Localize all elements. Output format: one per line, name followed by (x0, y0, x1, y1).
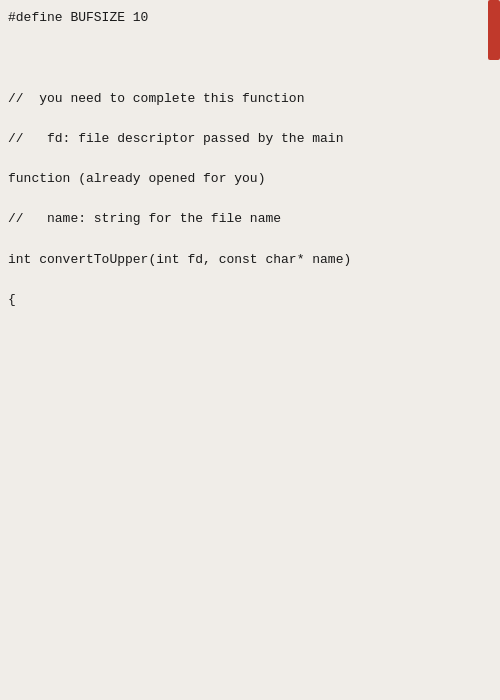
code-line: #define BUFSIZE 10 (8, 8, 492, 28)
code-line (8, 491, 492, 511)
code-line (8, 451, 492, 471)
code-line: function (already opened for you) (8, 169, 492, 189)
code-line (8, 48, 492, 68)
code-line: // name: string for the file name (8, 209, 492, 229)
code-line (8, 612, 492, 632)
code-line (8, 653, 492, 673)
scroll-indicator[interactable] (488, 0, 500, 60)
code-line (8, 693, 492, 700)
code-line (8, 371, 492, 391)
code-line: // fd: file descriptor passed by the mai… (8, 129, 492, 149)
code-line: int convertToUpper(int fd, const char* n… (8, 250, 492, 270)
code-line (8, 572, 492, 592)
code-line (8, 532, 492, 552)
code-editor: #define BUFSIZE 10 // you need to comple… (0, 0, 500, 700)
code-line: // you need to complete this function (8, 89, 492, 109)
code-content: #define BUFSIZE 10 // you need to comple… (8, 8, 492, 700)
code-line (8, 411, 492, 431)
code-line (8, 330, 492, 350)
code-line: { (8, 290, 492, 310)
